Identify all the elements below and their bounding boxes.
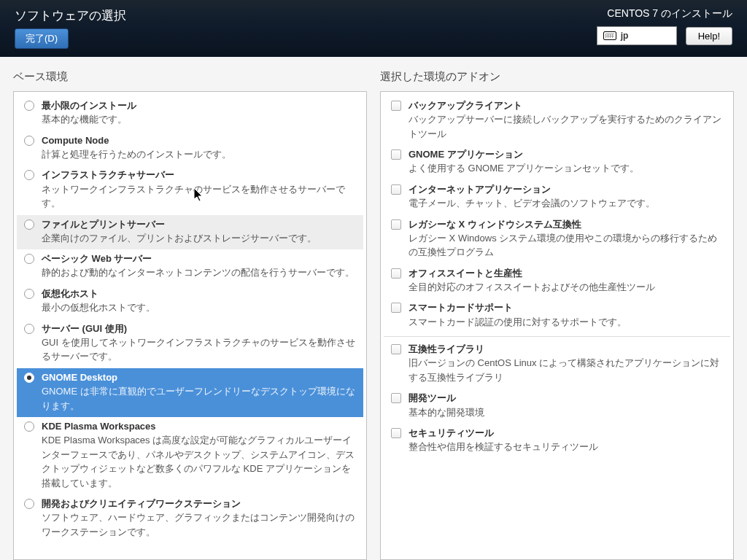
base-env-item-body: KDE Plasma WorkspacesKDE Plasma Workspac…	[42, 420, 356, 490]
base-env-item-body: 開発およびクリエイティブワークステーションソフトウェア、ハードウェア、グラフィッ…	[42, 497, 356, 539]
checkbox-icon[interactable]	[391, 101, 401, 111]
addon-item-desc: スマートカード認証の使用に対するサポートです。	[409, 315, 723, 330]
addon-item-title: レガシーな X ウィンドウシステム互換性	[409, 218, 723, 231]
addon-item-body: 開発ツール基本的な開発環境	[409, 392, 723, 419]
base-env-item-title: ベーシック Web サーバー	[42, 252, 356, 265]
addon-item-title: スマートカードサポート	[409, 301, 723, 314]
base-env-item-body: GNOME DesktopGNOME は非常に直観的でユーザーフレンドリーなデス…	[42, 371, 356, 413]
checkbox-icon[interactable]	[391, 344, 401, 354]
base-env-item[interactable]: インフラストラクチャサーバーネットワークインフラストラクチャのサービスを動作させ…	[17, 166, 363, 214]
base-env-item-body: ファイルとプリントサーバー企業向けのファイル、プリントおよびストレージサーバーで…	[42, 218, 356, 246]
addon-item-body: スマートカードサポートスマートカード認証の使用に対するサポートです。	[409, 301, 723, 329]
addon-item-title: バックアップクライアント	[409, 99, 723, 112]
base-env-item-desc: 最小の仮想化ホストです。	[42, 300, 356, 315]
base-env-item[interactable]: ファイルとプリントサーバー企業向けのファイル、プリントおよびストレージサーバーで…	[17, 215, 363, 250]
addon-item[interactable]: 開発ツール基本的な開発環境	[384, 389, 730, 424]
addon-item-desc: レガシー X Windows システム環境の使用やこの環境からの移行するための互…	[409, 231, 723, 260]
page-title: ソフトウェアの選択	[15, 7, 126, 24]
base-env-heading: ベース環境	[13, 70, 367, 84]
done-button[interactable]: 完了(D)	[15, 28, 69, 49]
base-env-item-desc: 企業向けのファイル、プリントおよびストレージサーバーです。	[42, 231, 356, 246]
addon-item-title: セキュリティツール	[409, 427, 723, 440]
radio-icon[interactable]	[24, 499, 34, 509]
radio-icon[interactable]	[24, 421, 34, 432]
install-title: CENTOS 7 のインストール	[607, 7, 732, 20]
addon-item-desc: よく使用する GNOME アプリケーションセットです。	[409, 161, 723, 176]
base-env-item-title: Compute Node	[42, 134, 356, 147]
addon-item[interactable]: オフィススイートと生産性全目的対応のオフィススイートおよびその他生産性ツール	[384, 264, 730, 299]
radio-icon[interactable]	[24, 219, 34, 230]
help-button[interactable]: Help!	[686, 27, 732, 45]
base-env-item-desc: 静的および動的なインターネットコンテンツの配信を行うサーバーです。	[42, 265, 356, 280]
base-env-item-title: GNOME Desktop	[42, 371, 356, 384]
base-env-item[interactable]: 仮想化ホスト最小の仮想化ホストです。	[17, 284, 363, 319]
header-bar: ソフトウェアの選択 完了(D) CENTOS 7 のインストール jp Help…	[0, 0, 747, 57]
radio-icon[interactable]	[24, 289, 34, 299]
keyboard-icon	[603, 31, 616, 40]
radio-icon[interactable]	[24, 101, 34, 111]
base-env-item-desc: GUI を使用してネットワークインフラストラクチャのサービスを動作させるサーバー…	[42, 335, 356, 364]
base-env-item-desc: ネットワークインフラストラクチャのサービスを動作させるサーバーです。	[42, 182, 356, 211]
checkbox-icon[interactable]	[391, 428, 401, 438]
checkbox-icon[interactable]	[391, 149, 401, 160]
checkbox-icon[interactable]	[391, 303, 401, 313]
base-env-item-body: サーバー (GUI 使用)GUI を使用してネットワークインフラストラクチャのサ…	[42, 322, 356, 364]
keyboard-layout-selector[interactable]: jp	[597, 26, 677, 45]
base-env-panel: 最小限のインストール基本的な機能です。Compute Node計算と処理を行うた…	[13, 91, 367, 560]
base-env-item[interactable]: 開発およびクリエイティブワークステーションソフトウェア、ハードウェア、グラフィッ…	[17, 494, 363, 543]
addon-item-desc: 電子メール、チャット、ビデオ会議のソフトウェアです。	[409, 196, 723, 211]
checkbox-icon[interactable]	[391, 393, 401, 403]
addon-item-title: インターネットアプリケーション	[409, 183, 723, 196]
base-env-item[interactable]: 最小限のインストール基本的な機能です。	[17, 96, 363, 131]
base-env-item-body: 仮想化ホスト最小の仮想化ホストです。	[42, 287, 356, 315]
addon-item-desc: 旧バージョンの CentOS Linux によって構築されたアプリケーションに対…	[409, 356, 723, 384]
base-env-item[interactable]: GNOME DesktopGNOME は非常に直観的でユーザーフレンドリーなデス…	[17, 368, 363, 417]
addon-item-body: オフィススイートと生産性全目的対応のオフィススイートおよびその他生産性ツール	[409, 267, 723, 295]
base-env-item-body: インフラストラクチャサーバーネットワークインフラストラクチャのサービスを動作させ…	[42, 168, 356, 210]
addon-item-desc: バックアップサーバーに接続しバックアップを実行するためのクライアントツール	[409, 112, 723, 141]
radio-icon[interactable]	[24, 373, 34, 383]
addon-item-desc: 整合性や信用を検証するセキュリティツール	[409, 440, 723, 454]
addon-item-body: インターネットアプリケーション電子メール、チャット、ビデオ会議のソフトウェアです…	[409, 183, 723, 211]
base-env-item-title: 最小限のインストール	[42, 99, 356, 112]
addon-item-body: セキュリティツール整合性や信用を検証するセキュリティツール	[409, 427, 723, 454]
base-env-item-body: ベーシック Web サーバー静的および動的なインターネットコンテンツの配信を行う…	[42, 252, 356, 280]
addon-item[interactable]: スマートカードサポートスマートカード認証の使用に対するサポートです。	[384, 298, 730, 333]
base-env-item-body: 最小限のインストール基本的な機能です。	[42, 99, 356, 127]
checkbox-icon[interactable]	[391, 184, 401, 195]
radio-icon[interactable]	[24, 136, 34, 146]
base-env-item-desc: ソフトウェア、ハードウェア、グラフィックまたはコンテンツ開発向けのワークステーシ…	[42, 510, 356, 539]
addon-item[interactable]: GNOME アプリケーションよく使用する GNOME アプリケーションセットです…	[384, 145, 730, 180]
addon-item[interactable]: レガシーな X ウィンドウシステム互換性レガシー X Windows システム環…	[384, 215, 730, 264]
addon-item-body: バックアップクライアントバックアップサーバーに接続しバックアップを実行するための…	[409, 99, 723, 141]
addon-item[interactable]: インターネットアプリケーション電子メール、チャット、ビデオ会議のソフトウェアです…	[384, 180, 730, 215]
addon-item[interactable]: バックアップクライアントバックアップサーバーに接続しバックアップを実行するための…	[384, 96, 730, 145]
addon-item-desc: 全目的対応のオフィススイートおよびその他生産性ツール	[409, 280, 723, 295]
addon-item[interactable]: セキュリティツール整合性や信用を検証するセキュリティツール	[384, 424, 730, 459]
base-env-item[interactable]: ベーシック Web サーバー静的および動的なインターネットコンテンツの配信を行う…	[17, 249, 363, 284]
base-env-item[interactable]: サーバー (GUI 使用)GUI を使用してネットワークインフラストラクチャのサ…	[17, 319, 363, 368]
addons-heading: 選択した環境のアドオン	[380, 70, 734, 84]
checkbox-icon[interactable]	[391, 268, 401, 279]
base-env-item[interactable]: Compute Node計算と処理を行うためのインストールです。	[17, 131, 363, 166]
base-env-item-desc: GNOME は非常に直観的でユーザーフレンドリーなデスクトップ環境になります。	[42, 384, 356, 413]
addons-panel: バックアップクライアントバックアップサーバーに接続しバックアップを実行するための…	[380, 91, 734, 560]
base-env-item-title: 開発およびクリエイティブワークステーション	[42, 497, 356, 510]
addon-divider	[384, 336, 730, 337]
checkbox-icon[interactable]	[391, 219, 401, 230]
base-env-item-title: ファイルとプリントサーバー	[42, 218, 356, 231]
base-env-item-desc: 計算と処理を行うためのインストールです。	[42, 147, 356, 162]
addon-item-title: オフィススイートと生産性	[409, 267, 723, 280]
base-env-item[interactable]: KDE Plasma WorkspacesKDE Plasma Workspac…	[17, 417, 363, 494]
radio-icon[interactable]	[24, 170, 34, 180]
base-env-item-body: Compute Node計算と処理を行うためのインストールです。	[42, 134, 356, 162]
base-env-item-title: KDE Plasma Workspaces	[42, 420, 356, 433]
addon-item[interactable]: 互換性ライブラリ旧バージョンの CentOS Linux によって構築されたアプ…	[384, 340, 730, 389]
radio-icon[interactable]	[24, 324, 34, 334]
base-env-item-desc: KDE Plasma Workspaces は高度な設定が可能なグラフィカルユー…	[42, 433, 356, 490]
addon-item-title: 開発ツール	[409, 392, 723, 405]
keyboard-layout-code: jp	[621, 31, 629, 41]
radio-icon[interactable]	[24, 254, 34, 264]
addon-item-title: GNOME アプリケーション	[409, 148, 723, 161]
addon-item-body: レガシーな X ウィンドウシステム互換性レガシー X Windows システム環…	[409, 218, 723, 260]
